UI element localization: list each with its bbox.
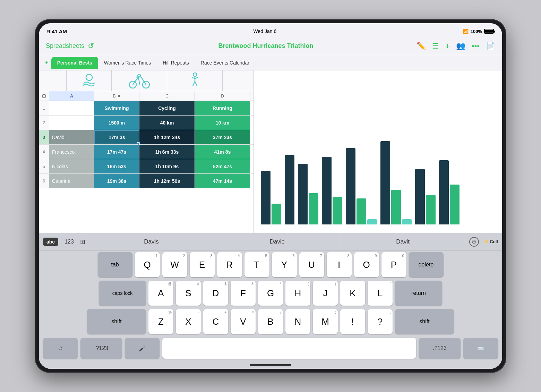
status-bar: 9:41 AM Wed Jan 6 📶 100% bbox=[39, 23, 502, 37]
hide-keyboard-key[interactable]: ⌨️ bbox=[463, 338, 498, 359]
cell-1-b[interactable]: Swimming bbox=[94, 101, 139, 115]
return-key[interactable]: return bbox=[395, 281, 442, 306]
format-icon[interactable]: ☰ bbox=[432, 42, 439, 51]
pencil-icon[interactable]: ✏️ bbox=[417, 42, 426, 51]
shift-right-key[interactable]: shift bbox=[395, 309, 454, 334]
cell-2-c[interactable]: 40 km bbox=[139, 116, 195, 130]
suggestion-2[interactable]: Davie bbox=[214, 237, 340, 247]
cell-4-a[interactable]: Francesco bbox=[49, 145, 94, 159]
status-date: Wed Jan 6 bbox=[254, 28, 277, 34]
cell-5-d[interactable]: 52m 47s bbox=[195, 159, 250, 173]
key-m[interactable]: : M bbox=[313, 309, 338, 334]
key-e[interactable]: 3 E bbox=[190, 252, 215, 277]
cell-2-a[interactable] bbox=[49, 116, 94, 130]
col-header-c[interactable]: C bbox=[139, 91, 195, 101]
add-sheet-button[interactable]: + bbox=[44, 59, 49, 67]
run-icon bbox=[187, 72, 203, 90]
undo-button[interactable]: ↺ bbox=[88, 42, 94, 51]
more-icon[interactable]: ••• bbox=[472, 42, 480, 51]
tab-key[interactable]: tab bbox=[98, 252, 132, 277]
key-z[interactable]: % Z bbox=[148, 309, 173, 334]
cell-2-d[interactable]: 10 km bbox=[195, 116, 250, 130]
key-f[interactable]: & F bbox=[231, 281, 256, 306]
cell-1-d[interactable]: Running bbox=[195, 101, 250, 115]
cell-4-d[interactable]: 41m 8s bbox=[195, 145, 250, 159]
key-t[interactable]: 5 T bbox=[244, 252, 269, 277]
tab-womens-race-times[interactable]: Women's Race Times bbox=[98, 57, 157, 69]
row-num-5: 5 bbox=[39, 159, 49, 173]
punct-left-key[interactable]: .?123 bbox=[80, 338, 122, 359]
key-o[interactable]: 9 O bbox=[354, 252, 379, 277]
tab-race-events[interactable]: Race Events Calendar bbox=[195, 57, 255, 69]
num-mode-button[interactable]: 123 bbox=[62, 237, 77, 246]
punct-right-key[interactable]: .?123 bbox=[419, 338, 461, 359]
cell-5-b[interactable]: 16m 53s bbox=[94, 159, 139, 173]
caps-lock-key[interactable]: caps lock bbox=[99, 281, 146, 306]
cell-6-d[interactable]: 47m 14s bbox=[195, 174, 250, 188]
key-u[interactable]: 7 U bbox=[299, 252, 324, 277]
cell-button[interactable]: ⚡ Cell bbox=[483, 239, 498, 244]
more-options-button[interactable]: ⊕ bbox=[469, 237, 479, 247]
key-h[interactable]: ( H bbox=[285, 281, 310, 306]
key-g[interactable]: * G bbox=[258, 281, 283, 306]
key-c[interactable]: + C bbox=[203, 309, 228, 334]
cell-3-d[interactable]: 37m 23s bbox=[195, 130, 250, 144]
cell-5-c[interactable]: 1h 10m 9s bbox=[139, 159, 195, 173]
key-w[interactable]: 2 W bbox=[162, 252, 187, 277]
key-d[interactable]: $ D bbox=[203, 281, 228, 306]
delete-key[interactable]: delete bbox=[409, 252, 444, 277]
key-a[interactable]: @ A bbox=[148, 281, 173, 306]
tab-bar: + Personal Bests Women's Race Times Hill… bbox=[39, 55, 502, 70]
table-row: 3 David 17m 3s 1h 12m 34s 37m 23s bbox=[39, 130, 254, 145]
key-i[interactable]: 8 I bbox=[327, 252, 352, 277]
cell-1-c[interactable]: Cycling bbox=[139, 101, 195, 115]
col-header-d[interactable]: D bbox=[195, 91, 250, 101]
shift-left-key[interactable]: shift bbox=[87, 309, 146, 334]
col-header-a[interactable]: A bbox=[49, 91, 94, 101]
key-l[interactable]: " L bbox=[368, 281, 393, 306]
cell-1-a[interactable] bbox=[49, 101, 94, 115]
return-label: return bbox=[411, 290, 426, 296]
grid-icon[interactable]: ⊞ bbox=[80, 238, 85, 246]
suggestion-3[interactable]: Davit bbox=[340, 237, 466, 247]
emoji-key[interactable]: ☺ bbox=[43, 338, 78, 359]
key-j[interactable]: ) J bbox=[313, 281, 338, 306]
key-x[interactable]: - X bbox=[176, 309, 201, 334]
key-v[interactable]: = V bbox=[231, 309, 256, 334]
tab-hill-repeats[interactable]: Hill Repeats bbox=[157, 57, 195, 69]
key-k[interactable]: ' K bbox=[340, 281, 365, 306]
key-r[interactable]: 4 R bbox=[217, 252, 242, 277]
key-s[interactable]: # S bbox=[176, 281, 201, 306]
space-key[interactable] bbox=[162, 338, 416, 359]
insert-icon[interactable]: + bbox=[445, 42, 450, 51]
mic-key[interactable]: 🎤 bbox=[125, 338, 160, 359]
key-question[interactable]: . ? bbox=[368, 309, 393, 334]
cell-3-b[interactable]: 17m 3s bbox=[94, 130, 139, 144]
abc-mode-button[interactable]: abc bbox=[43, 238, 58, 246]
cell-4-b[interactable]: 17m 47s bbox=[94, 145, 139, 159]
cell-5-a[interactable]: Nicolas bbox=[49, 159, 94, 173]
key-n[interactable]: ; N bbox=[285, 309, 310, 334]
collaborate-icon[interactable]: 👥 bbox=[456, 42, 465, 51]
bar-dark bbox=[380, 141, 390, 224]
run-icon-cell bbox=[167, 70, 223, 91]
key-p[interactable]: 0 P bbox=[381, 252, 406, 277]
cell-4-c[interactable]: 1h 6m 33s bbox=[139, 145, 195, 159]
key-q[interactable]: 1 Q bbox=[135, 252, 160, 277]
svg-point-0 bbox=[86, 74, 92, 80]
row-select-circle[interactable] bbox=[42, 94, 46, 98]
key-exclaim[interactable]: , ! bbox=[340, 309, 365, 334]
cell-6-b[interactable]: 19m 38s bbox=[94, 174, 139, 188]
cell-3-c[interactable]: 1h 12m 34s bbox=[139, 130, 195, 144]
cell-6-a[interactable]: Catarina bbox=[49, 174, 94, 188]
key-y[interactable]: 6 Y bbox=[272, 252, 297, 277]
cell-2-b[interactable]: 1500 m bbox=[94, 116, 139, 130]
tab-personal-bests[interactable]: Personal Bests bbox=[51, 57, 98, 69]
col-header-b[interactable]: B ⏸ bbox=[94, 91, 139, 101]
doc-icon[interactable]: 📄 bbox=[486, 42, 495, 51]
key-b[interactable]: / B bbox=[258, 309, 283, 334]
suggestion-1[interactable]: Davis bbox=[89, 237, 215, 247]
back-button[interactable]: Spreadsheets bbox=[46, 42, 84, 50]
cell-3-a[interactable]: David bbox=[49, 130, 94, 144]
cell-6-c[interactable]: 1h 12m 50s bbox=[139, 174, 195, 188]
